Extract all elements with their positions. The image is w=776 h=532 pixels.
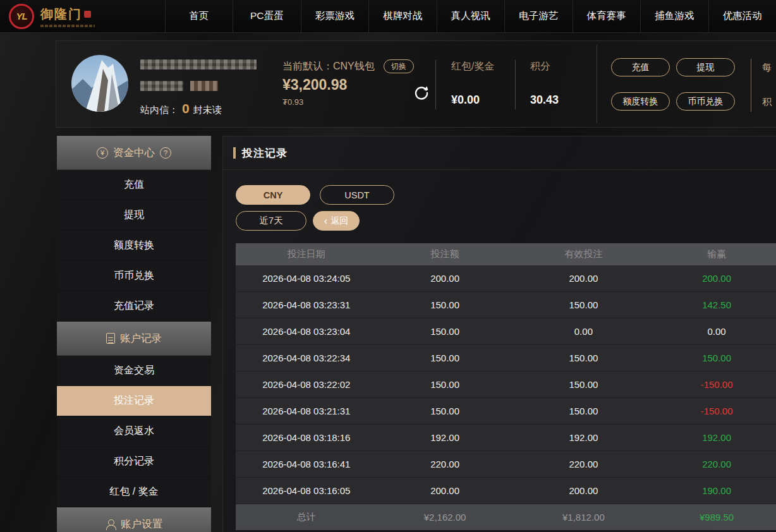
sidebar-group-funds: 充值提现额度转换币币兑换充值记录 bbox=[57, 170, 211, 322]
wallet-action-button[interactable]: 币币兑换 bbox=[676, 92, 735, 111]
sidebar-item[interactable]: 资金交易 bbox=[57, 356, 211, 386]
valid-bet-cell: 192.00 bbox=[513, 432, 655, 443]
bet-amount-cell: 192.00 bbox=[377, 432, 513, 443]
brand-seal-icon bbox=[84, 11, 91, 18]
total-label: 总计 bbox=[236, 511, 377, 523]
brand-name: 御隆门 bbox=[40, 6, 82, 23]
yen-circle-icon: ¥ bbox=[97, 147, 108, 159]
switch-wallet-button[interactable]: 切换 bbox=[384, 59, 414, 73]
sidebar-item[interactable]: 币币兑换 bbox=[57, 261, 211, 291]
wallet-balance: ¥3,200.98 bbox=[282, 76, 347, 94]
valid-bet-cell: 0.00 bbox=[513, 326, 655, 337]
divider bbox=[435, 60, 436, 109]
bet-date-cell: 2026-04-08 03:22:02 bbox=[236, 379, 377, 390]
nav-item[interactable]: 首页 bbox=[165, 0, 233, 32]
bet-date-cell: 2026-04-08 03:23:04 bbox=[236, 326, 377, 337]
table-row[interactable]: 2026-04-08 03:21:31 150.00 150.00 -150.0… bbox=[236, 398, 776, 425]
table-row[interactable]: 2026-04-08 03:18:16 192.00 192.00 192.00 bbox=[236, 425, 776, 451]
table-row[interactable]: 2026-04-08 03:16:05 200.00 200.00 190.00 bbox=[236, 478, 776, 504]
table-row[interactable]: 2026-04-08 03:23:04 150.00 0.00 0.00 bbox=[236, 318, 776, 345]
brand-logo[interactable]: YL 御隆门 bbox=[0, 0, 165, 32]
sidebar-item[interactable]: 充值记录 bbox=[57, 291, 211, 322]
inbox-unread-count[interactable]: 0 bbox=[182, 101, 190, 116]
bet-amount-cell: 200.00 bbox=[377, 485, 513, 496]
sidebar-item[interactable]: 额度转换 bbox=[57, 231, 211, 261]
valid-bet-cell: 200.00 bbox=[513, 273, 655, 284]
points-label: 积分 bbox=[530, 60, 550, 73]
sidebar-item[interactable]: 提现 bbox=[57, 200, 211, 231]
blurred-user-id bbox=[140, 81, 183, 91]
divider bbox=[597, 45, 597, 123]
nav-item[interactable]: 体育赛事 bbox=[573, 0, 641, 32]
valid-bet-cell: 150.00 bbox=[513, 406, 655, 416]
title-accent-bar bbox=[233, 147, 236, 159]
bet-amount-cell: 220.00 bbox=[377, 459, 513, 469]
column-header: 有效投注 bbox=[513, 248, 655, 260]
blurred-user-tag bbox=[190, 81, 218, 91]
brand-logo-icon: YL bbox=[9, 4, 34, 29]
bet-date-cell: 2026-04-08 03:16:41 bbox=[236, 459, 377, 469]
back-button[interactable]: ‹ 返回 bbox=[313, 211, 360, 231]
chevron-left-icon: ‹ bbox=[324, 216, 327, 226]
inbox-status: 站内信： 0 封未读 bbox=[140, 101, 222, 116]
avatar[interactable] bbox=[71, 55, 128, 112]
divider bbox=[751, 59, 751, 112]
nav-item[interactable]: 彩票游戏 bbox=[301, 0, 369, 32]
wallet-action-button[interactable]: 提现 bbox=[676, 58, 735, 76]
refresh-balance-button[interactable] bbox=[413, 84, 430, 102]
bet-date-cell: 2026-04-08 03:18:16 bbox=[236, 432, 377, 443]
win-loss-cell: 220.00 bbox=[654, 459, 776, 469]
sidebar-item[interactable]: 积分记录 bbox=[57, 447, 211, 477]
help-icon[interactable]: ? bbox=[160, 147, 171, 159]
bet-amount-cell: 150.00 bbox=[377, 353, 513, 363]
blurred-username bbox=[140, 59, 257, 70]
bet-amount-cell: 150.00 bbox=[377, 299, 513, 310]
divider bbox=[515, 60, 516, 109]
column-header: 输赢 bbox=[654, 248, 776, 260]
filters: CNYUSDT 近7天 ‹ 返回 bbox=[223, 170, 776, 231]
win-loss-cell: -150.00 bbox=[654, 379, 776, 390]
sidebar-item[interactable]: 会员返水 bbox=[57, 416, 211, 447]
nav-item[interactable]: 优惠活动 bbox=[708, 0, 776, 32]
bet-date-cell: 2026-04-08 03:23:31 bbox=[236, 299, 377, 310]
table-header-row: 投注日期 投注额 有效投注 输赢 bbox=[236, 243, 776, 265]
red-packet-label: 红包/奖金 bbox=[451, 60, 494, 73]
currency-tab[interactable]: USDT bbox=[320, 185, 394, 205]
sidebar-section-account-settings: 账户设置 bbox=[57, 507, 211, 532]
win-loss-cell: 190.00 bbox=[654, 485, 776, 496]
currency-tab[interactable]: CNY bbox=[236, 185, 310, 205]
nav-item[interactable]: 电子游艺 bbox=[504, 0, 573, 32]
sidebar-item[interactable]: 充值 bbox=[57, 170, 211, 200]
red-packet-value: ¥0.00 bbox=[451, 94, 480, 107]
table-row[interactable]: 2026-04-08 03:16:41 220.00 220.00 220.00 bbox=[236, 451, 776, 478]
nav-item[interactable]: PC蛋蛋 bbox=[233, 0, 301, 32]
total-win-loss: ¥989.50 bbox=[654, 512, 776, 523]
currency-tabs: CNYUSDT bbox=[236, 185, 776, 205]
win-loss-cell: 192.00 bbox=[654, 432, 776, 443]
table-total-row: 总计 ¥2,162.00 ¥1,812.00 ¥989.50 bbox=[236, 504, 776, 530]
wallet-action-button[interactable]: 充值 bbox=[611, 58, 670, 76]
inbox-label: 站内信： bbox=[140, 104, 178, 116]
total-bet-amount: ¥2,162.00 bbox=[377, 512, 513, 523]
win-loss-cell: 150.00 bbox=[654, 353, 776, 363]
table-row[interactable]: 2026-04-08 03:24:05 200.00 200.00 200.00 bbox=[236, 265, 776, 292]
wallet-action-button[interactable]: 额度转换 bbox=[611, 92, 670, 111]
clipped-daily-text: 每 bbox=[762, 62, 772, 74]
sidebar-section-funds-center: ¥ 资金中心 ? bbox=[57, 136, 211, 170]
table-row[interactable]: 2026-04-08 03:23:31 150.00 150.00 142.50 bbox=[236, 292, 776, 318]
nav-item[interactable]: 真人视讯 bbox=[437, 0, 505, 32]
sidebar: ¥ 资金中心 ? 充值提现额度转换币币兑换充值记录 账户记录 资金交易投注记录会… bbox=[57, 136, 211, 532]
nav-menu: 首页PC蛋蛋彩票游戏棋牌对战真人视讯电子游艺体育赛事捕鱼游戏优惠活动 bbox=[165, 0, 776, 32]
main-panel: 投注记录 CNYUSDT 近7天 ‹ 返回 投注日期 投注额 有效投注 输赢 2… bbox=[222, 136, 776, 532]
nav-item[interactable]: 捕鱼游戏 bbox=[640, 0, 708, 32]
table-row[interactable]: 2026-04-08 03:22:34 150.00 150.00 150.00 bbox=[236, 345, 776, 372]
sidebar-item[interactable]: 投注记录 bbox=[57, 386, 211, 416]
nav-item[interactable]: 棋牌对战 bbox=[368, 0, 437, 32]
bet-amount-cell: 150.00 bbox=[377, 379, 513, 390]
sidebar-item[interactable]: 红包 / 奖金 bbox=[57, 477, 211, 507]
bet-date-cell: 2026-04-08 03:22:34 bbox=[236, 353, 377, 363]
wallet-usdt-balance: ₮0.93 bbox=[282, 97, 303, 107]
date-range-button[interactable]: 近7天 bbox=[236, 211, 306, 231]
valid-bet-cell: 220.00 bbox=[513, 459, 655, 469]
table-row[interactable]: 2026-04-08 03:22:02 150.00 150.00 -150.0… bbox=[236, 372, 776, 398]
